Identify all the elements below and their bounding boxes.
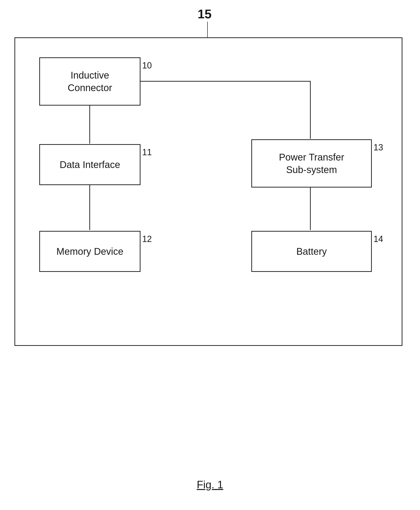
battery-number: 14 bbox=[374, 234, 383, 244]
battery-box: Battery 14 bbox=[251, 231, 372, 272]
data-interface-number: 11 bbox=[142, 147, 152, 158]
power-transfer-number: 13 bbox=[374, 142, 383, 153]
data-interface-box: Data Interface 11 bbox=[39, 144, 141, 185]
page: 15 InductiveConnector bbox=[0, 0, 420, 510]
outer-diagram-box: InductiveConnector 10 Data Interface 11 … bbox=[15, 37, 402, 346]
memory-device-label: Memory Device bbox=[56, 246, 123, 257]
battery-label: Battery bbox=[296, 246, 327, 257]
diagram-label-15: 15 bbox=[198, 7, 211, 21]
memory-device-box: Memory Device 12 bbox=[39, 231, 141, 272]
memory-device-number: 12 bbox=[142, 234, 152, 244]
power-transfer-box: Power TransferSub-system 13 bbox=[251, 139, 372, 188]
data-interface-label: Data Interface bbox=[60, 159, 120, 170]
inductive-connector-number: 10 bbox=[142, 60, 152, 71]
power-transfer-label: Power TransferSub-system bbox=[279, 151, 344, 176]
inductive-connector-label: InductiveConnector bbox=[68, 69, 112, 94]
inductive-connector-box: InductiveConnector 10 bbox=[39, 57, 141, 105]
figure-caption: Fig. 1 bbox=[0, 479, 420, 491]
